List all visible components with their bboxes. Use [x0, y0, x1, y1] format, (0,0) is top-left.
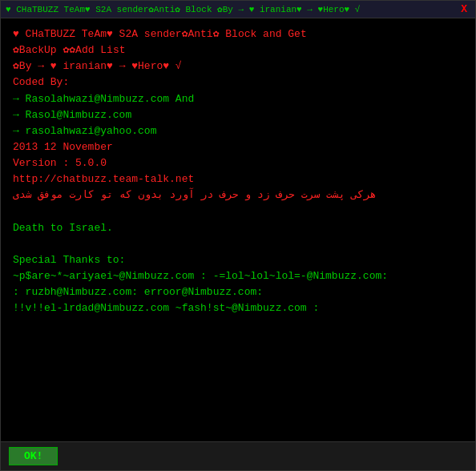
close-button[interactable]: X	[458, 3, 470, 15]
content-area: ♥ CHaTBUZZ TeAm♥ S2A sender✿Anti✿ Block …	[1, 18, 475, 441]
title-bar-text: ♥ CHaTBUZZ TeAm♥ S2A sender✿Anti✿ Block …	[6, 4, 360, 14]
content-line	[13, 204, 463, 220]
main-window: ♥ CHaTBUZZ TeAm♥ S2A sender✿Anti✿ Block …	[0, 0, 476, 471]
footer-bar: OK!	[1, 441, 475, 470]
content-line: → Rasol@Nimbuzz.com	[13, 107, 463, 123]
content-line: 2013 12 November	[13, 139, 463, 155]
content-line: → rasolahwazi@yahoo.com	[13, 123, 463, 139]
title-bar: ♥ CHaTBUZZ TeAm♥ S2A sender✿Anti✿ Block …	[1, 1, 475, 18]
content-line: ♥ CHaTBUZZ TeAm♥ S2A sender✿Anti✿ Block …	[13, 26, 463, 42]
content-line: Special Thanks to:	[13, 252, 463, 268]
ok-button[interactable]: OK!	[9, 447, 58, 465]
content-line: ✿By → ♥ iranian♥ → ♥Hero♥ √	[13, 58, 463, 74]
content-line: Version : 5.0.0	[13, 155, 463, 171]
content-line: Coded By:	[13, 74, 463, 91]
content-line: هرکی پشت سرت حرف زد و حرف در آورد بدون ک…	[13, 187, 463, 203]
content-line: → Rasolahwazi@Nimbuzz.com And	[13, 91, 463, 107]
content-line	[13, 236, 463, 252]
content-line: http://chatbuzz.team-talk.net	[13, 171, 463, 187]
content-line: Death to Israel.	[13, 220, 463, 236]
content-line: : ruzbh@Nimbuzz.com: erroor@Nimbuzz.com:	[13, 284, 463, 300]
content-line: ✿BackUp ✿✿Add List	[13, 42, 463, 58]
content-line: ~p$are~*~ariyaei~@Nimbuzz.com : -=lol~lo…	[13, 268, 463, 284]
content-line: !!v!!el-lrdad@Nimbuzz.com ~fash!st~@Nimb…	[13, 300, 463, 316]
